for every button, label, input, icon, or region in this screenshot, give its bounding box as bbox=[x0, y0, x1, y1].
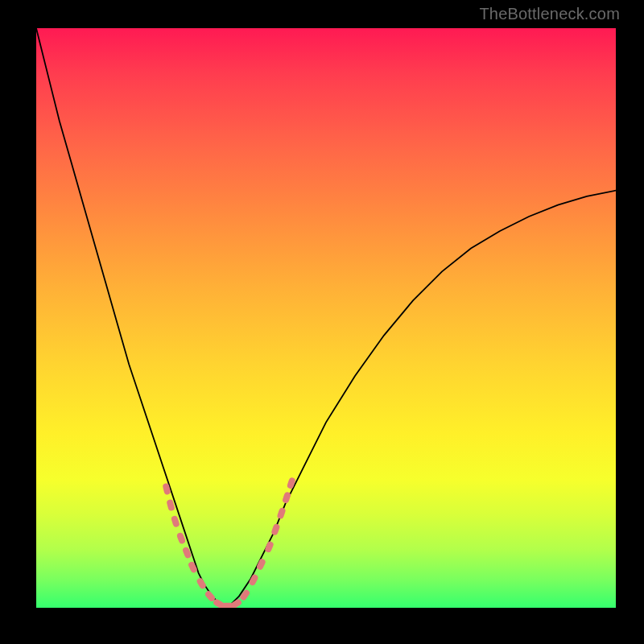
watermark-text: TheBottleneck.com bbox=[479, 5, 620, 23]
plot-svg bbox=[36, 28, 616, 608]
curve-marker bbox=[276, 507, 286, 520]
marker-group bbox=[162, 477, 295, 608]
curve-marker bbox=[239, 588, 251, 601]
curve-marker bbox=[171, 515, 180, 528]
curve-marker bbox=[287, 477, 296, 489]
curve-marker bbox=[270, 523, 280, 536]
curve-right-path bbox=[228, 191, 616, 608]
curve-marker bbox=[264, 540, 275, 553]
curve-left-path bbox=[36, 28, 228, 608]
chart-stage: TheBottleneck.com bbox=[0, 0, 644, 644]
curve-marker bbox=[196, 577, 207, 590]
curve-marker bbox=[176, 532, 186, 545]
plot-area bbox=[36, 28, 616, 608]
